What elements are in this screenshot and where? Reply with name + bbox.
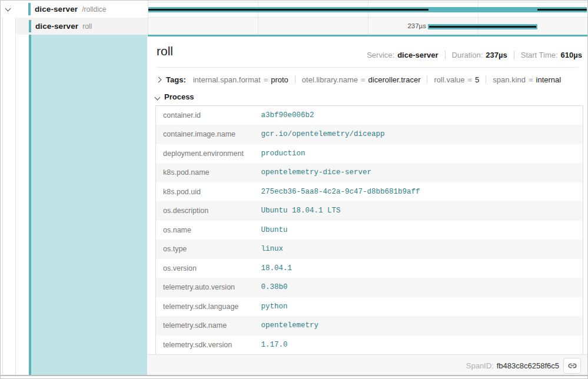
tag-equals: = <box>264 75 268 84</box>
tag-separator <box>427 75 427 84</box>
link-icon <box>568 361 577 370</box>
trace-timeline: 237µs <box>148 1 587 35</box>
kv-value: gcr.io/opentelemetry/diceapp <box>261 125 583 144</box>
tag-key: span.kind <box>493 75 526 84</box>
table-row: telemetry.sdk.name opentelemetry <box>156 316 583 335</box>
tag-item: otel.library.name = diceroller.tracer <box>302 75 421 84</box>
tags-label: Tags: <box>166 75 186 84</box>
kv-key: telemetry.auto.version <box>156 278 261 297</box>
span-detail-panel: roll Service: dice-server Duration: 237µ… <box>148 35 587 375</box>
kv-value: opentelemetry-dice-server <box>261 163 583 182</box>
kv-key: container.id <box>156 106 261 125</box>
table-row: os.name Ubuntu <box>156 221 583 240</box>
table-row: k8s.pod.name opentelemetry-dice-server <box>156 163 583 182</box>
tag-equals: = <box>361 75 366 84</box>
kv-key: os.name <box>156 221 261 240</box>
process-kv-table: container.id a3bf90e006b2 container.imag… <box>155 105 583 355</box>
service-color-bar <box>29 20 31 32</box>
selected-span-accent-block <box>31 35 147 375</box>
critical-path-segment <box>537 9 587 11</box>
kv-value: opentelemetry <box>261 316 583 335</box>
table-row: telemetry.auto.version 0.38b0 <box>156 278 583 297</box>
tag-key: otel.library.name <box>302 75 358 84</box>
start-time-value: 610µs <box>561 51 582 59</box>
gridline-75pct <box>478 1 479 35</box>
tag-equals: = <box>468 75 473 84</box>
kv-key: k8s.pod.uid <box>156 182 261 202</box>
duration-label: Duration: <box>452 51 483 59</box>
tag-value: proto <box>271 75 288 84</box>
meta-separator <box>514 51 514 59</box>
chevron-right-icon <box>156 77 162 82</box>
table-row: telemetry.sdk.version 1.17.0 <box>156 335 583 355</box>
table-row: container.id a3bf90e006b2 <box>156 106 583 125</box>
span-bar-roll[interactable] <box>428 24 537 29</box>
kv-value: production <box>261 144 583 164</box>
name-column-border <box>148 1 148 35</box>
service-label: Service: <box>367 51 394 59</box>
span-title: roll <box>157 44 173 58</box>
tag-equals: = <box>529 75 533 84</box>
tag-separator <box>295 75 295 84</box>
start-time-label: Start Time: <box>521 51 558 59</box>
kv-key: telemetry.sdk.name <box>156 316 261 335</box>
table-row: os.type linux <box>156 240 583 259</box>
service-name: dice-server <box>35 5 78 14</box>
kv-value: 1.17.0 <box>261 335 583 355</box>
process-accordion[interactable]: Process <box>155 89 194 104</box>
kv-key: container.image.name <box>156 125 261 144</box>
span-bar-rolldice[interactable] <box>148 7 587 12</box>
spanid-value: fb483c8c6258f6c5 <box>497 361 559 370</box>
tag-key: internal.span.format <box>193 75 261 84</box>
table-row: telemetry.sdk.language python <box>156 297 583 317</box>
tag-separator <box>486 75 486 84</box>
table-row: k8s.pod.uid 275ecb36-5aa8-4c2a-9c47-d8bb… <box>156 182 583 202</box>
tag-value: 5 <box>475 75 479 84</box>
tag-item: roll.value = 5 <box>434 75 479 84</box>
process-label: Process <box>164 92 194 101</box>
kv-value: 18.04.1 <box>261 259 583 278</box>
table-row: os.description Ubuntu 18.04.1 LTS <box>156 201 583 221</box>
kv-value: 0.38b0 <box>261 278 583 297</box>
kv-value: 275ecb36-5aa8-4c2a-9c47-d8bb681b9aff <box>261 182 583 202</box>
critical-path-segment <box>429 26 536 28</box>
service-color-bar <box>28 3 31 15</box>
kv-key: k8s.pod.name <box>156 163 261 182</box>
gridline-25pct <box>258 1 258 35</box>
chevron-down-icon <box>155 94 161 100</box>
kv-value: Ubuntu <box>261 221 583 240</box>
tag-key: roll.value <box>434 75 464 84</box>
detail-row-bottom-border <box>1 375 587 376</box>
kv-key: os.version <box>156 259 261 278</box>
operation-name: roll <box>82 22 92 31</box>
kv-value: Ubuntu 18.04.1 LTS <box>261 201 583 221</box>
span-row-rolldice[interactable]: dice-server /rolldice <box>1 1 148 18</box>
duration-value: 237µs <box>486 51 507 59</box>
header-divider <box>157 67 579 68</box>
kv-key: os.description <box>156 201 261 221</box>
jaeger-trace-detail-view: dice-server /rolldice dice-server roll 2… <box>0 0 588 379</box>
collapse-children-icon[interactable] <box>5 5 11 11</box>
table-row: os.version 18.04.1 <box>156 259 583 278</box>
operation-name: /rolldice <box>82 5 106 14</box>
indent-guide <box>15 18 16 375</box>
kv-key: telemetry.sdk.language <box>156 297 261 317</box>
tag-item: span.kind = internal <box>493 75 561 84</box>
tag-item: internal.span.format = proto <box>193 75 288 84</box>
service-name: dice-server <box>35 22 78 31</box>
gridline-50pct <box>368 1 368 35</box>
tag-value: internal <box>536 75 562 84</box>
span-row-roll[interactable]: dice-server roll <box>16 18 148 35</box>
kv-value: linux <box>261 240 583 259</box>
service-value: dice-server <box>397 51 438 59</box>
kv-key: os.type <box>156 240 261 259</box>
copy-span-link-button[interactable] <box>563 358 581 374</box>
kv-value: a3bf90e006b2 <box>261 106 583 125</box>
critical-path-segment <box>148 9 428 11</box>
kv-key: telemetry.sdk.version <box>156 335 261 355</box>
span-duration-label: 237µs <box>407 22 426 29</box>
tags-accordion[interactable]: Tags: internal.span.format = proto otel.… <box>157 72 561 87</box>
kv-value: python <box>261 297 583 317</box>
table-row: deployment.environment production <box>156 144 583 164</box>
indent-guide <box>2 18 3 375</box>
